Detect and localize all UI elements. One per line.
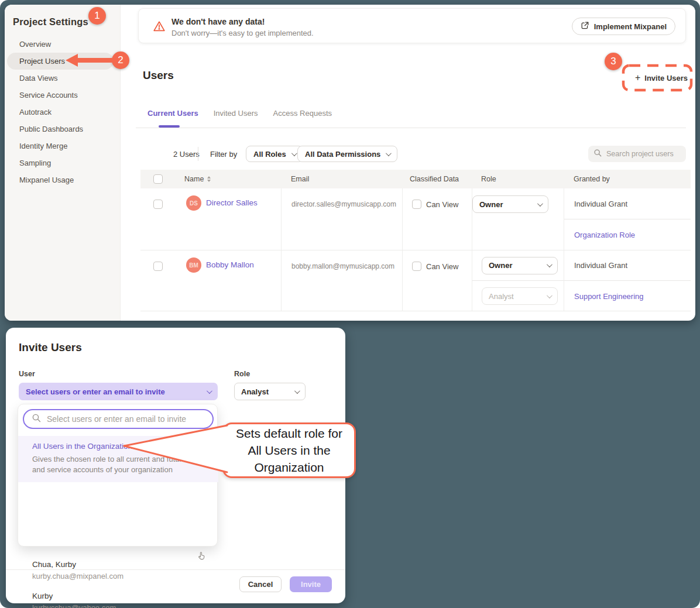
table-header: Name Email Classified Data Role Granted … (140, 170, 691, 188)
option-kurby[interactable]: Kurby kurbycchua@yahoo.com (18, 592, 218, 608)
role-value: Owner (489, 261, 512, 270)
option-description: Gives the chosen role to all current and… (32, 454, 208, 475)
user-count: 2 Users (173, 150, 200, 159)
banner-subtitle: Don't worry—it's easy to get implemented… (171, 29, 314, 37)
all-data-permissions-dropdown[interactable]: All Data Permissions (297, 146, 397, 162)
role-select[interactable]: Owner (472, 195, 548, 213)
sidebar: Project Settings Overview Project Users … (5, 5, 121, 321)
banner-title: We don't have any data! (171, 17, 265, 26)
sort-icon[interactable] (207, 176, 211, 182)
dropdown-search-input[interactable] (47, 414, 199, 424)
step-badge-3: 3 (605, 53, 622, 70)
hand-cursor-icon (197, 551, 207, 564)
column-classified-data: Classified Data (402, 175, 472, 183)
column-granted-by: Granted by (564, 175, 691, 183)
role-select-dropdown[interactable]: Analyst (234, 383, 306, 400)
sidebar-item-autotrack[interactable]: Autotrack (5, 104, 121, 121)
user-name-link[interactable]: Bobby Mallon (206, 260, 254, 269)
user-select-dropdown[interactable]: Select users or enter an email to invite (19, 383, 218, 400)
option-chua-kurby[interactable]: Chua, Kurby kurby.chua@mixpanel.com (18, 560, 218, 580)
column-role: Role (472, 175, 564, 183)
search-icon (32, 413, 42, 425)
chevron-down-icon (294, 388, 300, 394)
option-title: All Users in the Organization (32, 442, 207, 451)
warning-icon (153, 20, 166, 35)
organization-role-link[interactable]: Organization Role (564, 219, 691, 250)
implement-mixpanel-label: Implement Mixpanel (594, 22, 667, 31)
invite-users-modal: Invite Users User Role Select users or e… (6, 328, 345, 603)
chevron-down-icon (386, 150, 392, 156)
search-project-users-input[interactable] (606, 150, 680, 158)
invite-users-button[interactable]: + Invite Users (627, 66, 695, 90)
option-email: kurbycchua@yahoo.com (32, 603, 207, 608)
can-view-label: Can View (426, 200, 458, 209)
project-settings-window: Project Settings Overview Project Users … (5, 5, 695, 321)
can-view-label: Can View (426, 262, 458, 271)
sidebar-item-public-dashboards[interactable]: Public Dashboards (5, 121, 121, 138)
role-select-value: Analyst (241, 387, 269, 396)
user-name-link[interactable]: Director Salles (206, 198, 258, 207)
can-view-checkbox[interactable] (412, 262, 421, 271)
role-select[interactable]: Owner (482, 257, 558, 274)
option-name: Kurby (32, 592, 207, 600)
granted-by-value: Individual Grant (564, 188, 691, 219)
cancel-button[interactable]: Cancel (239, 576, 282, 592)
avatar: BM (186, 257, 201, 273)
tabs-divider (136, 128, 686, 128)
dropdown-search (23, 409, 214, 429)
sidebar-item-data-views[interactable]: Data Views (5, 70, 121, 87)
external-link-icon (581, 21, 589, 32)
modal-footer-divider (6, 569, 345, 570)
sidebar-item-service-accounts[interactable]: Service Accounts (5, 87, 121, 104)
implement-mixpanel-button[interactable]: Implement Mixpanel (572, 18, 675, 35)
step-badge-1: 1 (88, 7, 106, 25)
chevron-down-icon (547, 293, 553, 298)
sidebar-item-overview[interactable]: Overview (5, 36, 121, 53)
all-data-permissions-label: All Data Permissions (305, 150, 380, 159)
granted-by-value: Individual Grant (564, 250, 691, 281)
sidebar-item-mixpanel-usage[interactable]: Mixpanel Usage (5, 171, 121, 188)
table-row: DS Director Salles director.salles@mymus… (140, 188, 691, 250)
user-select-open-dropdown: All Users in the Organization Gives the … (18, 404, 218, 547)
avatar: DS (186, 195, 201, 211)
filter-separator (198, 147, 198, 161)
user-email: director.salles@mymusicapp.com (281, 188, 402, 250)
user-email: bobby.mallon@mymusicapp.com (281, 250, 402, 311)
callout-bubble: Sets default role for All Users in the O… (222, 422, 356, 478)
filter-by-label: Filter by (210, 150, 237, 159)
table-row: BM Bobby Mallon bobby.mallon@mymusicapp.… (140, 250, 691, 311)
role-field-label: Role (234, 370, 250, 378)
role-select-disabled: Analyst (482, 287, 558, 305)
chevron-down-icon (537, 201, 543, 207)
user-field-label: User (19, 370, 35, 378)
option-all-users-organization[interactable]: All Users in the Organization Gives the … (18, 436, 218, 482)
tab-current-users[interactable]: Current Users (147, 109, 198, 118)
no-data-banner: We don't have any data! Don't worry—it's… (138, 8, 686, 43)
tab-access-requests[interactable]: Access Requests (273, 109, 332, 118)
row-checkbox[interactable] (153, 200, 163, 209)
row-checkbox[interactable] (153, 262, 163, 271)
search-icon (593, 149, 602, 160)
user-select-value: Select users or enter an email to invite (26, 387, 165, 396)
users-tabs: Current Users Invited Users Access Reque… (147, 109, 332, 118)
annotation-arrow (66, 54, 115, 67)
support-engineering-link[interactable]: Support Engineering (564, 281, 691, 311)
role-value: Analyst (489, 292, 514, 301)
can-view-checkbox[interactable] (412, 200, 421, 209)
option-name: Chua, Kurby (32, 560, 207, 569)
screenshot-canvas: Project Settings Overview Project Users … (0, 0, 700, 608)
all-roles-dropdown[interactable]: All Roles (246, 146, 303, 162)
all-roles-label: All Roles (253, 150, 286, 159)
sidebar-item-identity-merge[interactable]: Identity Merge (5, 138, 121, 154)
select-all-checkbox[interactable] (153, 174, 163, 184)
chevron-down-icon (291, 150, 297, 156)
users-table: Name Email Classified Data Role Granted … (140, 170, 691, 311)
chevron-down-icon (547, 262, 553, 267)
sidebar-item-sampling[interactable]: Sampling (5, 154, 121, 171)
invite-button[interactable]: Invite (290, 576, 332, 592)
tab-invited-users[interactable]: Invited Users (214, 109, 258, 118)
modal-title: Invite Users (19, 341, 82, 354)
column-email: Email (281, 175, 402, 183)
option-email: kurby.chua@mixpanel.com (32, 572, 207, 580)
page-title: Users (143, 69, 174, 82)
